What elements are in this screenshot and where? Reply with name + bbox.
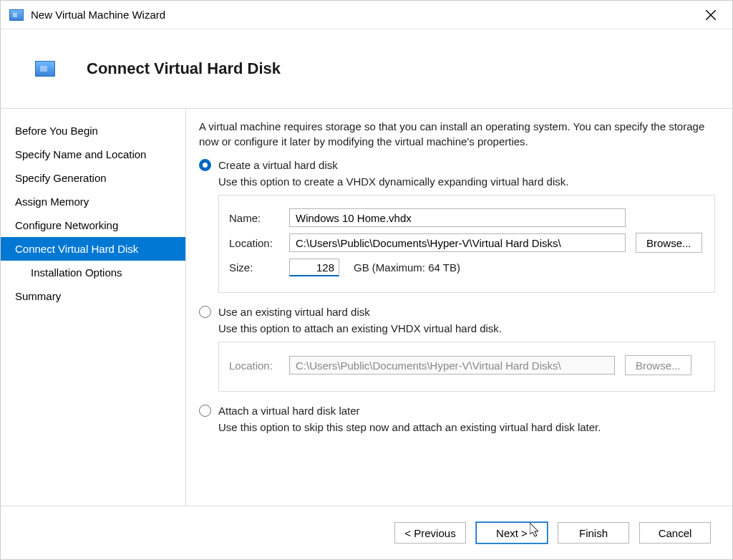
next-button[interactable]: Next > — [476, 522, 548, 544]
option-existing-desc: Use this option to attach an existing VH… — [218, 322, 715, 334]
radio-later[interactable] — [199, 405, 211, 417]
option-later-desc: Use this option to skip this step now an… — [218, 421, 715, 433]
wizard-steps: Before You Begin Specify Name and Locati… — [1, 109, 185, 506]
close-icon — [706, 10, 716, 20]
wizard-footer: < Previous Next > Finish Cancel — [1, 506, 732, 559]
browse-create-button[interactable]: Browse... — [636, 233, 702, 253]
location-label: Location: — [229, 237, 279, 249]
option-later-label: Attach a virtual hard disk later — [218, 405, 360, 417]
window-icon — [9, 9, 24, 21]
previous-button[interactable]: < Previous — [394, 522, 466, 544]
browse-existing-button: Browse... — [625, 355, 691, 375]
window-title: New Virtual Machine Wizard — [31, 9, 695, 21]
monitor-icon — [35, 61, 55, 77]
name-label: Name: — [229, 212, 279, 224]
option-create-block: Create a virtual hard disk Use this opti… — [199, 159, 715, 293]
option-existing-block: Use an existing virtual hard disk Use th… — [199, 306, 715, 392]
existing-fields: Location: Browse... — [218, 342, 715, 392]
size-label: Size: — [229, 261, 279, 274]
step-assign-memory[interactable]: Assign Memory — [1, 190, 185, 213]
step-connect-virtual-hard-disk[interactable]: Connect Virtual Hard Disk — [1, 237, 185, 261]
size-hint: GB (Maximum: 64 TB) — [354, 261, 460, 274]
vhd-name-input[interactable] — [289, 208, 626, 227]
titlebar: New Virtual Machine Wizard — [1, 1, 732, 29]
existing-location-input — [289, 356, 615, 375]
create-fields: Name: Location: Browse... Size: GB (Maxi… — [218, 195, 715, 293]
option-existing-label: Use an existing virtual hard disk — [218, 306, 370, 318]
radio-existing[interactable] — [199, 306, 211, 318]
radio-create[interactable] — [199, 159, 211, 171]
cancel-button[interactable]: Cancel — [639, 522, 711, 544]
option-create-label: Create a virtual hard disk — [218, 159, 338, 171]
page-intro: A virtual machine requires storage so th… — [199, 119, 715, 149]
step-summary[interactable]: Summary — [1, 284, 185, 308]
option-create-desc: Use this option to create a VHDX dynamic… — [218, 175, 715, 188]
wizard-body: Before You Begin Specify Name and Locati… — [1, 108, 732, 506]
option-later-block: Attach a virtual hard disk later Use thi… — [199, 405, 715, 433]
existing-location-label: Location: — [229, 359, 279, 372]
option-later-radio-row[interactable]: Attach a virtual hard disk later — [199, 405, 715, 417]
step-before-you-begin[interactable]: Before You Begin — [1, 119, 185, 143]
option-existing-radio-row[interactable]: Use an existing virtual hard disk — [199, 306, 715, 318]
step-specify-generation[interactable]: Specify Generation — [1, 166, 185, 190]
wizard-content: A virtual machine requires storage so th… — [185, 109, 732, 506]
step-configure-networking[interactable]: Configure Networking — [1, 213, 185, 237]
vhd-location-input[interactable] — [289, 233, 626, 252]
vhd-size-input[interactable] — [289, 259, 339, 276]
option-create-radio-row[interactable]: Create a virtual hard disk — [199, 159, 715, 171]
wizard-window: New Virtual Machine Wizard Connect Virtu… — [0, 0, 733, 560]
finish-button[interactable]: Finish — [558, 522, 629, 544]
step-installation-options[interactable]: Installation Options — [1, 261, 185, 284]
page-title: Connect Virtual Hard Disk — [87, 59, 281, 78]
close-button[interactable] — [695, 4, 727, 26]
page-header: Connect Virtual Hard Disk — [1, 29, 732, 108]
step-specify-name-location[interactable]: Specify Name and Location — [1, 143, 185, 166]
